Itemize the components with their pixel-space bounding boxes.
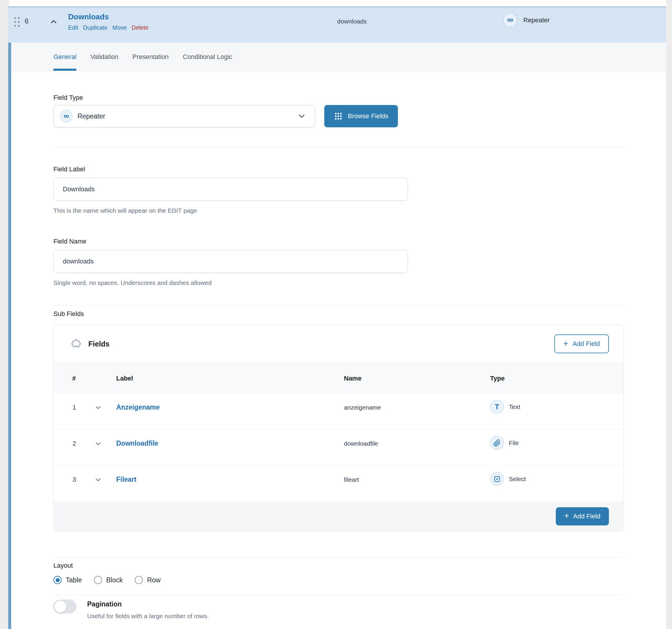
pagination-help: Useful for fields with a large number of… — [87, 612, 209, 620]
sub-field-row: 2 Downloadfile downloadfile — [54, 430, 624, 466]
sub-field-row: 1 Anzeigename anzeigename T — [54, 393, 624, 430]
pagination-toggle[interactable] — [53, 600, 76, 613]
radio-selected-icon — [53, 576, 62, 584]
radio-icon — [94, 576, 102, 584]
edit-action[interactable]: Edit — [68, 24, 78, 31]
add-field-button-top[interactable]: + Add Field — [554, 335, 609, 353]
column-label: Label — [116, 363, 133, 394]
field-name-group: Field Name Single word, no spaces. Under… — [53, 238, 624, 286]
field-type-select[interactable]: ∞ Repeater — [53, 105, 315, 127]
sub-fields-section: Sub Fields Fields + Add Field — [53, 306, 624, 557]
field-title-link[interactable]: Downloads — [68, 12, 109, 21]
field-type-badge-label: Repeater — [523, 17, 550, 24]
field-name-input[interactable] — [53, 250, 408, 273]
radio-icon — [135, 576, 143, 584]
row-number: 2 — [72, 440, 76, 447]
fields-panel: Fields + Add Field # Label Name Typ — [53, 324, 624, 531]
infinity-icon: ∞ — [507, 16, 513, 25]
general-tab-content: Field Type ∞ Repeater — [11, 71, 666, 620]
sub-field-name: downloadfile — [344, 440, 378, 447]
chevron-down-icon — [297, 112, 306, 121]
sub-fields-table-header: # Label Name Type — [54, 363, 624, 393]
browse-fields-button[interactable]: Browse Fields — [324, 105, 398, 127]
settings-tabbar: General Validation Presentation Conditio… — [11, 43, 666, 71]
field-settings-body: General Validation Presentation Conditio… — [8, 43, 666, 629]
sub-field-label-link[interactable]: Fileart — [116, 476, 137, 483]
layout-options: Table Block Row — [53, 576, 624, 584]
select-type-icon — [490, 472, 504, 486]
field-type-section: Field Type ∞ Repeater — [53, 71, 624, 147]
field-label-label: Field Label — [53, 166, 624, 173]
sub-fields-label: Sub Fields — [53, 310, 624, 318]
acf-field-group-editor: 6 Downloads Edit Duplicate Move Delete d… — [0, 0, 672, 629]
layout-option-table[interactable]: Table — [53, 576, 82, 584]
settings-main: General Validation Presentation Conditio… — [11, 43, 666, 629]
infinity-icon: ∞ — [64, 112, 69, 121]
sub-field-label-link[interactable]: Anzeigename — [116, 404, 160, 411]
sub-field-type: Select — [490, 472, 526, 486]
delete-action[interactable]: Delete — [131, 24, 148, 31]
add-field-bottom-label: Add Field — [573, 512, 600, 520]
row-number: 3 — [72, 476, 76, 483]
puzzle-icon — [71, 339, 82, 349]
row-actions: Edit Duplicate Move Delete — [68, 24, 152, 31]
sub-field-name: fileart — [344, 476, 359, 483]
top-strip — [8, 0, 666, 6]
text-type-icon: T — [490, 400, 504, 414]
tab-presentation[interactable]: Presentation — [133, 43, 169, 71]
add-field-top-label: Add Field — [573, 340, 600, 348]
layout-option-label: Table — [66, 576, 82, 584]
layout-option-row[interactable]: Row — [135, 576, 161, 584]
plus-icon: + — [564, 512, 569, 521]
sub-field-row: 3 Fileart fileart Sel — [54, 466, 624, 502]
sub-field-label-link[interactable]: Downloadfile — [116, 439, 158, 447]
field-label-group: Field Label This is the name which will … — [53, 166, 624, 214]
add-field-button-bottom[interactable]: + Add Field — [556, 507, 609, 526]
layout-label: Layout — [53, 562, 624, 570]
field-name-help: Single word, no spaces. Underscores and … — [53, 279, 624, 286]
field-type-badge: ∞ Repeater — [503, 13, 550, 27]
label-name-section: Field Label This is the name which will … — [53, 147, 624, 306]
field-order-number: 6 — [25, 17, 28, 25]
field-object-header: 6 Downloads Edit Duplicate Move Delete d… — [8, 6, 666, 43]
tab-validation[interactable]: Validation — [90, 43, 118, 71]
pagination-label: Pagination — [87, 600, 209, 608]
duplicate-action[interactable]: Duplicate — [83, 24, 107, 31]
tab-general[interactable]: General — [53, 43, 76, 71]
drag-handle[interactable] — [14, 17, 20, 27]
fields-panel-footer: + Add Field — [54, 502, 624, 531]
field-title-block: Downloads Edit Duplicate Move Delete — [68, 12, 152, 31]
layout-option-block[interactable]: Block — [94, 576, 123, 584]
layout-option-label: Block — [106, 576, 123, 584]
row-expand-chevron-icon[interactable] — [94, 440, 102, 448]
field-type-label: Field Type — [53, 94, 624, 101]
grid-icon — [334, 112, 343, 121]
browse-fields-label: Browse Fields — [348, 112, 388, 120]
tab-conditional-logic[interactable]: Conditional Logic — [183, 43, 233, 71]
column-num: # — [72, 363, 76, 394]
field-label-input[interactable] — [53, 178, 408, 201]
toggle-knob-icon — [54, 600, 67, 613]
row-expand-chevron-icon[interactable] — [94, 476, 102, 484]
chevron-up-icon — [49, 17, 58, 26]
row-expand-chevron-icon[interactable] — [94, 404, 102, 412]
field-type-selected-value: Repeater — [77, 112, 105, 120]
collapse-button[interactable] — [49, 17, 59, 27]
sub-field-type: T Text — [490, 400, 520, 414]
layout-section: Layout Table Block — [53, 557, 624, 595]
column-type: Type — [490, 363, 505, 394]
repeater-icon: ∞ — [503, 13, 517, 27]
open-field-accent-bar — [8, 43, 11, 629]
move-action[interactable]: Move — [112, 24, 127, 31]
field-name-label: Field Name — [53, 238, 624, 245]
repeater-mini-icon: ∞ — [60, 110, 72, 122]
sub-field-type: File — [490, 436, 519, 450]
layout-option-label: Row — [147, 576, 161, 584]
sub-field-name: anzeigename — [344, 404, 381, 411]
fields-panel-header: Fields + Add Field — [54, 325, 624, 363]
field-object-panel: 6 Downloads Edit Duplicate Move Delete d… — [8, 0, 666, 629]
pagination-section: Pagination Useful for fields with a larg… — [53, 595, 624, 620]
row-number: 1 — [72, 404, 76, 411]
column-name: Name — [344, 363, 362, 394]
field-label-help: This is the name which will appear on th… — [53, 207, 624, 214]
